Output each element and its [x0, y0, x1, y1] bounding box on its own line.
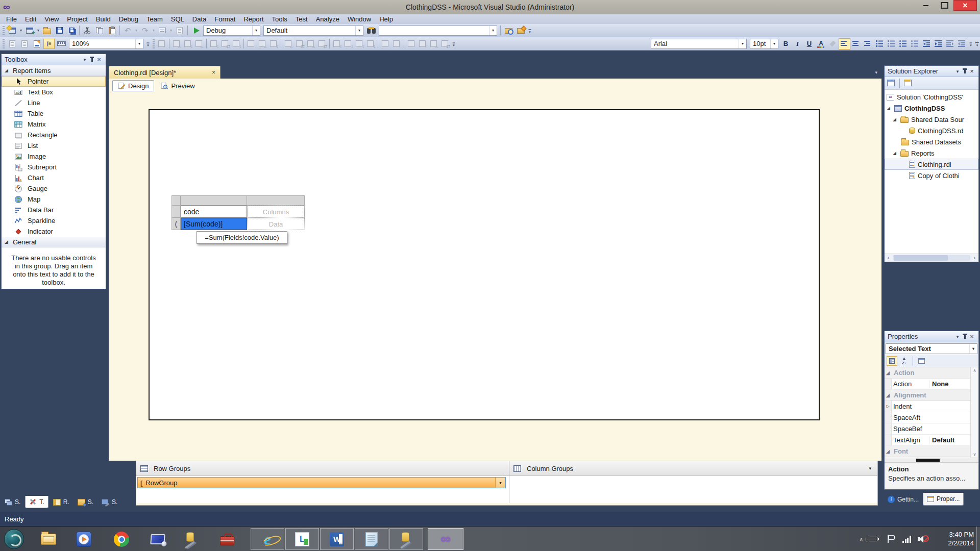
horizontal-spacing-button[interactable]: [283, 39, 294, 49]
toolbar-grip[interactable]: [3, 39, 5, 48]
debug-target-combo[interactable]: Debug: [203, 26, 260, 36]
cut-button[interactable]: [81, 25, 93, 36]
tree-node-solution[interactable]: Solution 'ClothingDSS': [885, 91, 978, 103]
toolbox-item-databar[interactable]: Data Bar: [2, 205, 106, 215]
properties-close-icon[interactable]: [968, 333, 975, 340]
toolbox-item-gauge[interactable]: Gauge: [2, 183, 106, 194]
taskbar-chrome[interactable]: [112, 531, 131, 548]
scroll-right-icon[interactable]: ›: [971, 254, 978, 262]
document-list-dropdown-icon[interactable]: [875, 70, 877, 75]
menu-data[interactable]: Data: [188, 15, 210, 23]
toolbar-grip[interactable]: [3, 26, 5, 35]
taskbar-clock[interactable]: 3:40 PM 2/2/2014: [937, 530, 974, 547]
find-button[interactable]: [365, 25, 377, 36]
grouping-toggle-button[interactable]: [43, 38, 55, 49]
scroll-down-icon[interactable]: ∨: [973, 452, 976, 457]
menu-format[interactable]: Format: [210, 15, 239, 23]
taskbar-sql-data-tools-2[interactable]: [389, 528, 423, 550]
report-properties-button[interactable]: [31, 38, 43, 49]
combo-dropdown-icon[interactable]: [355, 26, 363, 35]
taskbar-lync[interactable]: [285, 528, 319, 550]
show-desktop-button[interactable]: [976, 527, 980, 551]
menu-sql[interactable]: SQL: [167, 15, 188, 23]
navigate-dropdown[interactable]: [168, 25, 174, 36]
taskbar-sql-data-tools[interactable]: [182, 531, 200, 548]
send-to-back-button[interactable]: [417, 39, 428, 49]
properties-hscrollbar[interactable]: [885, 458, 978, 463]
increase-vspacing-button[interactable]: [342, 39, 354, 49]
solution-explorer-button[interactable]: [514, 25, 527, 36]
tab-class-view[interactable]: S.: [74, 496, 97, 508]
increase-hspacing-button[interactable]: [294, 39, 305, 49]
matrix-cell-code[interactable]: code: [181, 206, 247, 218]
row-group-item[interactable]: RowGroup: [137, 477, 506, 488]
scroll-left-icon[interactable]: ‹: [885, 254, 892, 262]
property-row-textalign[interactable]: TextAlignDefault: [885, 435, 970, 446]
tab-getting-started[interactable]: Gettin...: [884, 493, 922, 506]
navigate-forward-button[interactable]: [174, 25, 186, 36]
category-font[interactable]: Font: [885, 446, 970, 457]
design-tab[interactable]: Design: [112, 80, 154, 91]
align-center-button[interactable]: [850, 38, 862, 49]
save-button[interactable]: [53, 25, 65, 36]
increase-indent-button[interactable]: [933, 38, 944, 49]
action-center-flag-icon[interactable]: [888, 535, 894, 543]
toolbox-item-subreport[interactable]: Subreport: [2, 162, 106, 172]
properties-vscrollbar[interactable]: ∧∨: [970, 367, 978, 458]
toolbox-pin-icon[interactable]: [88, 56, 95, 63]
property-row-spaceafter[interactable]: SpaceAft: [885, 412, 970, 423]
scroll-track[interactable]: [893, 255, 970, 261]
tab-resource-view[interactable]: R.: [50, 496, 73, 508]
table-layout-button[interactable]: [428, 39, 439, 49]
toolbox-item-rectangle[interactable]: Rectangle: [2, 130, 106, 140]
report-page[interactable]: code Columns ( [Sum(code)] Data =Sum(Fie…: [149, 109, 820, 420]
toolbox-item-image[interactable]: Image: [2, 151, 106, 162]
toolbar-options-button[interactable]: [975, 41, 979, 47]
combo-dropdown-icon[interactable]: [135, 39, 143, 48]
tablix-matrix[interactable]: code Columns ( [Sum(code)] Data: [172, 195, 305, 230]
toolbox-item-matrix[interactable]: Matrix: [2, 119, 106, 130]
menu-view[interactable]: View: [40, 15, 63, 23]
toolbar-overflow-button[interactable]: [451, 38, 457, 49]
decrease-vspacing-button[interactable]: [354, 39, 365, 49]
properties-menu-icon[interactable]: [954, 333, 961, 340]
solution-config-combo[interactable]: Default: [263, 26, 363, 36]
matrix-cell-data-placeholder[interactable]: Data: [247, 218, 305, 230]
show-all-files-icon[interactable]: [904, 80, 912, 87]
align-tops-button[interactable]: [208, 39, 219, 49]
solution-explorer-menu-icon[interactable]: [954, 68, 961, 75]
remove-hspacing-button[interactable]: [316, 39, 328, 49]
align-middles-button[interactable]: [219, 39, 231, 49]
property-pages-button[interactable]: [916, 356, 927, 366]
network-signal-icon[interactable]: [902, 535, 913, 543]
solution-explorer-pin-icon[interactable]: [961, 68, 968, 75]
scroll-thumb[interactable]: [916, 459, 940, 462]
matrix-column-handle[interactable]: [181, 195, 247, 206]
toolbox-close-icon[interactable]: [95, 56, 103, 63]
center-vertical-button[interactable]: [391, 39, 402, 49]
bring-to-front-button[interactable]: [406, 39, 417, 49]
menu-team[interactable]: Team: [142, 15, 167, 23]
outdent-paragraph-button[interactable]: [956, 38, 968, 49]
toolbox-item-chart[interactable]: Chart: [2, 172, 106, 183]
properties-object-combo[interactable]: Selected Text: [886, 343, 977, 354]
document-close-icon[interactable]: [212, 69, 215, 76]
minimize-button[interactable]: [917, 0, 935, 11]
toolbox-item-textbox[interactable]: abText Box: [2, 87, 106, 97]
expanded-icon[interactable]: [893, 151, 898, 156]
categorized-view-button[interactable]: [887, 356, 897, 366]
toolbox-item-list[interactable]: List: [2, 140, 106, 151]
toolbar-grip[interactable]: [153, 39, 155, 48]
matrix-cell-columns-placeholder[interactable]: Columns: [247, 206, 305, 218]
matrix-corner-handle[interactable]: [172, 195, 181, 206]
document-tab-clothing-rdl[interactable]: Clothing.rdl [Design]*: [109, 66, 220, 79]
paste-button[interactable]: [106, 25, 118, 36]
menu-window[interactable]: Window: [344, 15, 375, 23]
layout-list-button[interactable]: [439, 39, 451, 49]
tree-node-project[interactable]: ClothingDSS: [885, 103, 978, 114]
properties-window-icon[interactable]: [887, 80, 895, 87]
combo-dropdown-icon[interactable]: [739, 39, 746, 48]
menu-help[interactable]: Help: [375, 15, 397, 23]
taskbar-internet-explorer[interactable]: [251, 528, 284, 550]
matrix-row-group-handle[interactable]: (: [172, 218, 181, 230]
